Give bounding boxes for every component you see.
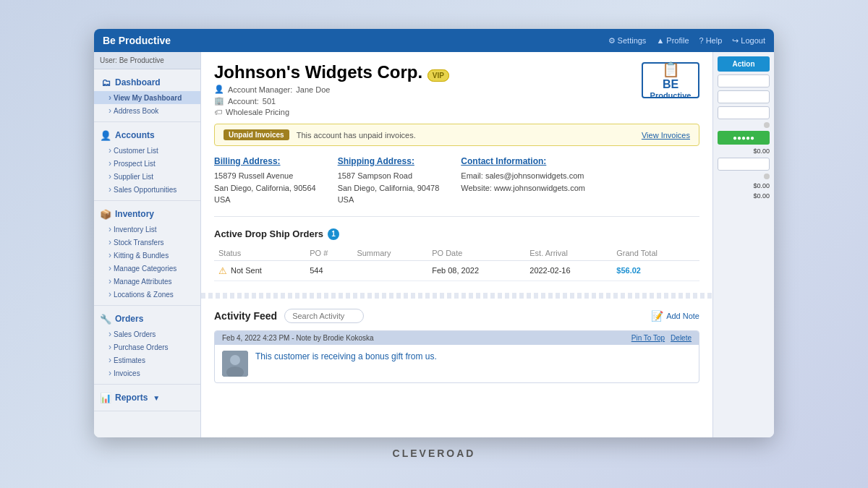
note-icon: 📝 xyxy=(651,310,663,322)
right-panel-input-2[interactable] xyxy=(718,90,770,103)
reports-icon: 📊 xyxy=(100,392,111,403)
activity-item-actions: Pin To Top Delete xyxy=(631,334,692,342)
sidebar-item-prospectlist[interactable]: Prospect List xyxy=(94,157,200,170)
contact-info: Contact Information: Email: sales@johnso… xyxy=(461,156,585,206)
sidebar-item-viewmydashboard[interactable]: View My Dashboard xyxy=(94,91,200,104)
green-button[interactable]: ●●●●● xyxy=(718,131,770,145)
logo-icon: 📋 xyxy=(662,61,680,78)
billing-line3: USA xyxy=(214,194,316,206)
sidebar-header-dashboard[interactable]: 🗂 Dashboard xyxy=(94,74,200,91)
sidebar-label-accounts: Accounts xyxy=(115,130,155,140)
shipping-title: Shipping Address: xyxy=(338,156,440,166)
activity-item-1: Feb 4, 2022 4:23 PM - Note by Brodie Kok… xyxy=(214,330,699,383)
orders-table-header-row: Status PO # Summary PO Date Est. Arrival… xyxy=(214,246,699,261)
top-nav: ⚙ Settings ▲ Profile ? Help ↪ Logout xyxy=(608,36,765,46)
account-icon: 🏢 xyxy=(214,96,224,106)
main-content: Johnson's Widgets Corp. VIP 👤 Account Ma… xyxy=(201,52,712,437)
sidebar: User: Be Productive 🗂 Dashboard View My … xyxy=(94,52,201,437)
sidebar-item-salesopportunities[interactable]: Sales Opportunities xyxy=(94,183,200,196)
svg-point-1 xyxy=(230,355,240,365)
sidebar-item-stocktransfers[interactable]: Stock Transfers xyxy=(94,236,200,249)
person-icon: 👤 xyxy=(214,85,224,94)
sidebar-item-locations[interactable]: Locations & Zones xyxy=(94,288,200,301)
company-header: Johnson's Widgets Corp. VIP 👤 Account Ma… xyxy=(214,62,699,116)
nav-logout[interactable]: ↪ Logout xyxy=(732,36,765,46)
warning-icon: ⚠ xyxy=(218,265,227,276)
sidebar-section-orders: 🔧 Orders Sales Orders Purchase Orders Es… xyxy=(94,306,200,385)
sidebar-header-orders[interactable]: 🔧 Orders xyxy=(94,310,200,328)
activity-section: Activity Feed 📝 Add Note Feb 4, 2022 4:2… xyxy=(214,309,699,383)
sidebar-header-inventory[interactable]: 📦 Inventory xyxy=(94,205,200,223)
dashboard-icon: 🗂 xyxy=(100,77,111,88)
sidebar-item-purchaseorders[interactable]: Purchase Orders xyxy=(94,341,200,354)
vip-badge: VIP xyxy=(427,69,449,82)
pin-to-top-link[interactable]: Pin To Top xyxy=(631,334,665,342)
address-section: Billing Address: 15879 Russell Avenue Sa… xyxy=(214,156,699,217)
sidebar-label-orders: Orders xyxy=(115,314,143,324)
right-panel-input-4[interactable] xyxy=(718,158,770,171)
browser-window: Be Productive ⚙ Settings ▲ Profile ? Hel… xyxy=(94,29,774,437)
right-panel-dot-2 xyxy=(764,174,770,179)
add-note-button[interactable]: 📝 Add Note xyxy=(651,310,699,322)
sidebar-item-kitting[interactable]: Kitting & Bundles xyxy=(94,249,200,262)
contact-email: Email: sales@johnsonwidgets.com xyxy=(461,170,585,182)
sidebar-label-reports: Reports xyxy=(115,393,148,403)
shipping-line2: San Diego, California, 90478 xyxy=(338,182,440,194)
right-panel-input-3[interactable] xyxy=(718,106,770,119)
activity-title: Activity Feed xyxy=(214,310,277,322)
col-po-date: PO Date xyxy=(427,246,525,261)
sidebar-item-invoices[interactable]: Invoices xyxy=(94,367,200,380)
shipping-line3: USA xyxy=(338,194,440,206)
orders-section: Active Drop Ship Orders 1 Status PO # Su… xyxy=(214,228,699,281)
sidebar-item-inventorylist[interactable]: Inventory List xyxy=(94,223,200,236)
order-grand-total: $56.02 xyxy=(612,260,699,281)
avatar xyxy=(222,351,248,377)
logo-text: Productive xyxy=(650,91,692,100)
sidebar-header-accounts[interactable]: 👤 Accounts xyxy=(94,127,200,144)
sidebar-item-addressbook[interactable]: Address Book xyxy=(94,104,200,117)
alert-badge: Unpaid Invoices xyxy=(224,129,289,140)
col-grand-total: Grand Total xyxy=(612,246,699,261)
orders-title: Active Drop Ship Orders xyxy=(214,228,323,239)
reports-arrow: ▼ xyxy=(153,394,160,402)
nav-settings[interactable]: ⚙ Settings xyxy=(608,36,647,46)
inventory-icon: 📦 xyxy=(100,208,111,220)
sidebar-item-categories[interactable]: Manage Categories xyxy=(94,262,200,275)
view-invoices-link[interactable]: View Invoices xyxy=(642,131,690,140)
activity-item-header: Feb 4, 2022 4:23 PM - Note by Brodie Kok… xyxy=(215,331,699,345)
col-est-arrival: Est. Arrival xyxy=(525,246,612,261)
orders-icon: 🔧 xyxy=(100,313,111,325)
right-panel: Action ●●●●● $0.00 $0.00 $0.00 xyxy=(712,52,774,437)
sidebar-item-salesorders[interactable]: Sales Orders xyxy=(94,328,200,341)
contact-website: Website: www.johnsonwidgets.com xyxy=(461,182,585,194)
activity-item-date: Feb 4, 2022 4:23 PM - Note by Brodie Kok… xyxy=(222,334,374,342)
col-po: PO # xyxy=(305,246,352,261)
activity-search-input[interactable] xyxy=(284,309,364,323)
main-inner: Johnson's Widgets Corp. VIP 👤 Account Ma… xyxy=(201,52,712,393)
billing-line1: 15879 Russell Avenue xyxy=(214,170,316,182)
sidebar-section-inventory: 📦 Inventory Inventory List Stock Transfe… xyxy=(94,201,200,306)
sidebar-header-reports[interactable]: 📊 Reports ▼ xyxy=(94,389,200,406)
delete-link[interactable]: Delete xyxy=(671,334,692,342)
amount-3: $0.00 xyxy=(718,192,770,200)
order-po-num: 544 xyxy=(305,260,352,281)
sidebar-item-estimates[interactable]: Estimates xyxy=(94,354,200,367)
billing-address: Billing Address: 15879 Russell Avenue Sa… xyxy=(214,156,316,206)
sidebar-item-supplierlist[interactable]: Supplier List xyxy=(94,170,200,183)
amount-1: $0.00 xyxy=(718,147,770,155)
footer-label: CLEVEROAD xyxy=(393,448,476,459)
activity-item-body: This customer is receiving a bonus gift … xyxy=(215,345,699,382)
action-button[interactable]: Action xyxy=(718,56,770,72)
nav-profile[interactable]: ▲ Profile xyxy=(656,36,689,46)
col-summary: Summary xyxy=(352,246,427,261)
orders-table: Status PO # Summary PO Date Est. Arrival… xyxy=(214,246,699,281)
sidebar-item-attributes[interactable]: Manage Attributes xyxy=(94,275,200,288)
nav-help[interactable]: ? Help xyxy=(699,36,723,46)
orders-header: Active Drop Ship Orders 1 xyxy=(214,228,699,240)
avatar-image xyxy=(222,351,248,377)
orders-count: 1 xyxy=(328,228,339,240)
accounts-icon: 👤 xyxy=(100,129,111,141)
sidebar-item-customerlist[interactable]: Customer List xyxy=(94,144,200,157)
right-panel-input-1[interactable] xyxy=(718,74,770,87)
add-note-label: Add Note xyxy=(666,312,699,320)
